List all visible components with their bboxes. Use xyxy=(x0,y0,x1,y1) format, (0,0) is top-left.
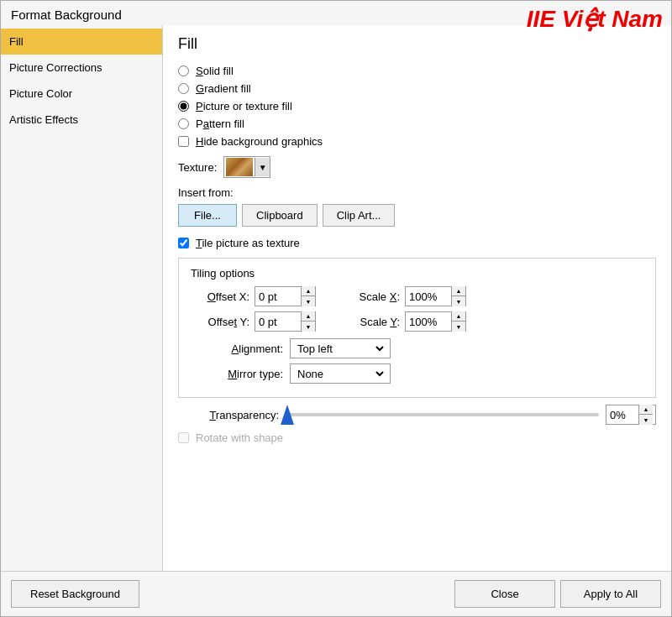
dialog-title: Format Background xyxy=(11,8,122,22)
fill-panel: Fill Solid fill Gradient fill Picture or… xyxy=(163,25,671,571)
offset-y-spinner-buttons: ▲ ▼ xyxy=(301,311,315,332)
title-bar: Format Background IIE Việt Nam xyxy=(1,1,671,25)
gradient-fill-row: Gradient fill xyxy=(178,82,656,95)
offset-x-row: Offset X: ▲ ▼ xyxy=(191,286,316,306)
offset-y-up[interactable]: ▲ xyxy=(302,311,315,322)
close-button[interactable]: Close xyxy=(454,580,555,608)
offset-x-label: Offset X: xyxy=(191,290,249,303)
offset-y-input[interactable] xyxy=(255,312,301,331)
watermark-text: IIE Việt Nam xyxy=(527,5,663,33)
texture-dropdown-arrow[interactable]: ▼ xyxy=(255,158,270,176)
tiling-rows: Offset X: ▲ ▼ Scale X: xyxy=(191,286,643,332)
sidebar: Fill Picture Corrections Picture Color A… xyxy=(1,25,163,571)
offset-x-input[interactable] xyxy=(255,287,301,306)
offset-x-down[interactable]: ▼ xyxy=(302,296,315,306)
dialog-footer: Reset Background Close Apply to All xyxy=(1,571,671,616)
pattern-fill-row: Pattern fill xyxy=(178,118,656,130)
clip-art-button[interactable]: Clip Art... xyxy=(323,204,396,227)
tile-picture-checkbox[interactable] xyxy=(178,238,189,248)
insert-buttons-group: File... Clipboard Clip Art... xyxy=(178,204,656,227)
transparency-down[interactable]: ▼ xyxy=(639,415,653,425)
rotate-with-shape-label: Rotate with shape xyxy=(196,431,283,444)
mirror-type-select-wrap[interactable]: None Horizontal Vertical Both xyxy=(290,363,391,384)
tiling-options-title: Tiling options xyxy=(191,267,643,280)
picture-texture-fill-radio[interactable] xyxy=(178,101,189,112)
scale-y-row: Scale Y: ▲ ▼ xyxy=(341,311,466,332)
texture-row: Texture: ▼ xyxy=(178,156,656,178)
transparency-row: Transparency: ▲ ▼ xyxy=(178,405,656,425)
scale-x-label: Scale X: xyxy=(341,290,400,303)
scale-x-down[interactable]: ▼ xyxy=(452,296,465,306)
mirror-type-select[interactable]: None Horizontal Vertical Both xyxy=(294,367,386,381)
texture-picker[interactable]: ▼ xyxy=(223,156,270,178)
scale-x-spinner-buttons: ▲ ▼ xyxy=(451,286,465,306)
panel-title: Fill xyxy=(178,35,656,53)
transparency-spinner-buttons: ▲ ▼ xyxy=(638,405,653,425)
hide-background-checkbox[interactable] xyxy=(178,136,189,147)
pattern-fill-radio[interactable] xyxy=(178,118,189,129)
alignment-row: Alignment: Top left Top center Top right… xyxy=(191,338,643,358)
solid-fill-radio[interactable] xyxy=(178,65,189,76)
offset-y-spinner[interactable]: ▲ ▼ xyxy=(255,311,316,332)
scale-y-input[interactable] xyxy=(406,312,451,331)
transparency-slider-container[interactable] xyxy=(287,405,599,425)
tiling-row-1: Offset X: ▲ ▼ Scale X: xyxy=(191,286,643,306)
texture-label: Texture: xyxy=(178,161,217,174)
scale-x-spinner[interactable]: ▲ ▼ xyxy=(405,286,466,306)
sidebar-item-artistic-effects[interactable]: Artistic Effects xyxy=(1,107,162,133)
solid-fill-row: Solid fill xyxy=(178,65,656,77)
scale-y-spinner[interactable]: ▲ ▼ xyxy=(405,311,466,332)
mirror-type-label: Mirror type: xyxy=(191,368,283,380)
hide-background-row: Hide background graphics xyxy=(178,135,656,148)
scale-y-spinner-buttons: ▲ ▼ xyxy=(451,311,465,332)
texture-preview xyxy=(226,158,253,176)
alignment-select[interactable]: Top left Top center Top right Middle lef… xyxy=(294,342,386,356)
offset-y-down[interactable]: ▼ xyxy=(302,322,315,332)
scale-y-label: Scale Y: xyxy=(341,316,400,328)
insert-from-label: Insert from: xyxy=(178,186,656,199)
scale-y-down[interactable]: ▼ xyxy=(452,322,465,332)
offset-x-spinner[interactable]: ▲ ▼ xyxy=(255,286,316,306)
sidebar-item-picture-corrections[interactable]: Picture Corrections xyxy=(1,55,162,81)
offset-y-label: Offset Y: xyxy=(191,316,249,328)
alignment-select-wrap[interactable]: Top left Top center Top right Middle lef… xyxy=(290,338,391,358)
transparency-slider-track xyxy=(287,413,599,416)
scale-x-up[interactable]: ▲ xyxy=(452,286,465,296)
pattern-fill-label[interactable]: Pattern fill xyxy=(196,118,244,130)
solid-fill-label[interactable]: Solid fill xyxy=(196,65,234,77)
hide-background-label[interactable]: Hide background graphics xyxy=(196,135,323,148)
transparency-input[interactable] xyxy=(606,405,638,424)
offset-x-spinner-buttons: ▲ ▼ xyxy=(301,286,315,306)
apply-to-all-button[interactable]: Apply to All xyxy=(560,580,661,608)
gradient-fill-label[interactable]: Gradient fill xyxy=(196,82,251,95)
transparency-slider-thumb[interactable] xyxy=(281,405,294,425)
transparency-label: Transparency: xyxy=(178,409,279,421)
picture-texture-fill-label[interactable]: Picture or texture fill xyxy=(196,100,292,112)
scale-x-input[interactable] xyxy=(406,287,451,306)
tiling-row-2: Offset Y: ▲ ▼ Scale Y: xyxy=(191,311,643,332)
tile-picture-row: Tile picture as texture xyxy=(178,237,656,249)
scale-y-up[interactable]: ▲ xyxy=(452,311,465,322)
scale-x-row: Scale X: ▲ ▼ xyxy=(341,286,466,306)
picture-texture-fill-row: Picture or texture fill xyxy=(178,100,656,112)
mirror-type-row: Mirror type: None Horizontal Vertical Bo… xyxy=(191,363,643,384)
tiling-options-section: Tiling options Offset X: ▲ ▼ xyxy=(178,258,656,398)
file-button[interactable]: File... xyxy=(178,204,237,227)
offset-x-up[interactable]: ▲ xyxy=(302,286,315,296)
format-background-dialog: Format Background IIE Việt Nam Fill Pict… xyxy=(0,0,672,617)
gradient-fill-radio[interactable] xyxy=(178,83,189,94)
transparency-spinner[interactable]: ▲ ▼ xyxy=(606,405,656,425)
rotate-with-shape-checkbox[interactable] xyxy=(178,432,189,443)
reset-background-button[interactable]: Reset Background xyxy=(11,580,139,608)
clipboard-button[interactable]: Clipboard xyxy=(242,204,318,227)
transparency-up[interactable]: ▲ xyxy=(639,405,653,415)
sidebar-item-fill[interactable]: Fill xyxy=(1,29,162,55)
main-content: Fill Picture Corrections Picture Color A… xyxy=(1,25,671,571)
offset-y-row: Offset Y: ▲ ▼ xyxy=(191,311,316,332)
alignment-label: Alignment: xyxy=(191,342,283,355)
sidebar-item-picture-color[interactable]: Picture Color xyxy=(1,81,162,107)
tile-picture-label[interactable]: Tile picture as texture xyxy=(196,237,300,249)
fill-options-group: Solid fill Gradient fill Picture or text… xyxy=(178,65,656,130)
rotate-with-shape-row: Rotate with shape xyxy=(178,431,656,444)
